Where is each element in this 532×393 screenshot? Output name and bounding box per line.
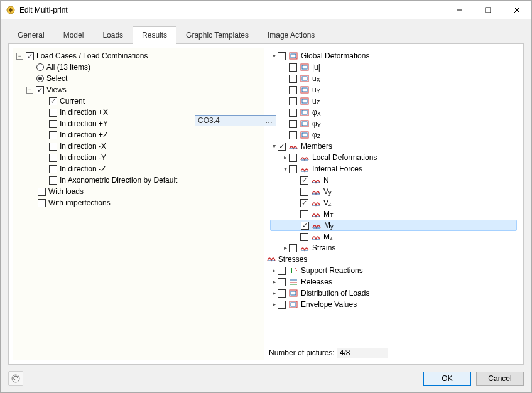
- tab-graphic-templates[interactable]: Graphic Templates: [176, 26, 258, 43]
- arrow-right-icon[interactable]: ▸: [270, 299, 278, 310]
- tab-model[interactable]: Model: [54, 26, 94, 43]
- arrow-right-icon[interactable]: ▸: [270, 276, 278, 288]
- maximize-button[interactable]: [474, 1, 502, 19]
- checkbox[interactable]: [278, 301, 286, 309]
- node-members[interactable]: ▾ Members: [270, 141, 519, 152]
- label-my: My: [324, 220, 334, 232]
- node-phiy[interactable]: φY: [270, 118, 519, 129]
- checkbox[interactable]: [300, 210, 308, 218]
- node-global-deformations[interactable]: ▾ Global Deformations: [270, 50, 519, 62]
- node-vz[interactable]: Vz: [270, 197, 519, 208]
- label-ux: uX: [312, 73, 320, 85]
- cancel-button[interactable]: Cancel: [476, 372, 524, 386]
- node-n[interactable]: N: [270, 175, 519, 186]
- node-u-abs[interactable]: |u|: [270, 62, 519, 73]
- tab-results[interactable]: Results: [133, 26, 176, 44]
- checkbox[interactable]: [289, 97, 297, 105]
- checkbox[interactable]: [289, 244, 297, 252]
- tab-loads[interactable]: Loads: [93, 26, 133, 43]
- checkbox[interactable]: [49, 109, 57, 117]
- node-support-reactions[interactable]: ▸Support Reactions: [270, 265, 519, 276]
- collapse-icon[interactable]: −: [16, 53, 23, 60]
- checkbox[interactable]: [38, 188, 46, 196]
- node-phix[interactable]: φX: [270, 107, 519, 118]
- minimize-button[interactable]: [445, 1, 474, 19]
- node-releases[interactable]: ▸Releases: [270, 276, 519, 288]
- checkbox[interactable]: [49, 120, 57, 128]
- checkbox[interactable]: [278, 278, 286, 286]
- checkbox[interactable]: [49, 176, 57, 185]
- node-views[interactable]: − Views: [16, 84, 264, 95]
- node-mt[interactable]: MT: [270, 208, 519, 220]
- tab-general[interactable]: General: [8, 26, 54, 43]
- checkbox[interactable]: [278, 143, 286, 151]
- collapse-icon[interactable]: −: [26, 87, 33, 94]
- node-ux[interactable]: uX: [270, 73, 519, 84]
- checkbox[interactable]: [278, 289, 286, 298]
- ellipsis-icon[interactable]: …: [265, 116, 273, 125]
- checkbox[interactable]: [300, 199, 308, 207]
- tab-image-actions[interactable]: Image Actions: [258, 26, 324, 43]
- arrow-right-icon[interactable]: ▸: [270, 288, 278, 299]
- checkbox[interactable]: [289, 63, 297, 72]
- ok-button[interactable]: OK: [423, 372, 471, 386]
- radio-select[interactable]: [36, 75, 44, 82]
- checkbox[interactable]: [278, 267, 286, 275]
- arrow-down-icon[interactable]: ▾: [270, 141, 278, 152]
- node-stresses[interactable]: Stresses: [270, 254, 519, 265]
- node-dir-mz[interactable]: In direction -Z: [16, 163, 264, 175]
- node-load-cases[interactable]: − Load Cases / Load Combinations: [16, 50, 264, 62]
- node-dir-mx[interactable]: In direction -X: [16, 141, 264, 152]
- checkbox[interactable]: [289, 86, 297, 94]
- node-all[interactable]: All (13 items): [16, 62, 264, 73]
- deform-icon: [300, 74, 310, 83]
- node-dir-pz[interactable]: In direction +Z: [16, 129, 264, 141]
- node-dist-loads[interactable]: ▸Distribution of Loads: [270, 288, 519, 299]
- checkbox[interactable]: [289, 75, 297, 83]
- checkbox[interactable]: [289, 120, 297, 128]
- node-dir-my[interactable]: In direction -Y: [16, 152, 264, 163]
- checkbox[interactable]: [301, 222, 309, 230]
- checkbox[interactable]: [36, 86, 44, 94]
- checkbox[interactable]: [300, 188, 308, 196]
- node-internal-forces[interactable]: ▾Internal Forces: [270, 163, 519, 175]
- checkbox[interactable]: [289, 154, 297, 162]
- checkbox[interactable]: [38, 199, 46, 207]
- checkbox[interactable]: [26, 52, 34, 60]
- close-button[interactable]: [502, 1, 531, 19]
- node-mz[interactable]: Mz: [270, 231, 519, 242]
- label-uz: uZ: [312, 95, 320, 107]
- arrow-down-icon[interactable]: ▾: [281, 163, 289, 175]
- checkbox[interactable]: [300, 233, 308, 241]
- node-vy[interactable]: Vy: [270, 186, 519, 197]
- checkbox[interactable]: [300, 176, 308, 185]
- checkbox[interactable]: [289, 131, 297, 139]
- node-uy[interactable]: uY: [270, 84, 519, 95]
- node-current[interactable]: Current: [16, 95, 264, 107]
- arrow-down-icon[interactable]: ▾: [270, 50, 278, 62]
- node-axon[interactable]: In Axonometric Direction by Default: [16, 175, 264, 186]
- checkbox[interactable]: [49, 143, 57, 151]
- node-select[interactable]: Select: [16, 73, 264, 84]
- arrow-right-icon[interactable]: ▸: [281, 242, 289, 254]
- node-uz[interactable]: uZ: [270, 95, 519, 107]
- arrow-right-icon[interactable]: ▸: [270, 265, 278, 276]
- node-envelope[interactable]: ▸Envelope Values: [270, 299, 519, 310]
- checkbox[interactable]: [49, 154, 57, 162]
- node-local-def[interactable]: ▸Local Deformations: [270, 152, 519, 163]
- select-combo[interactable]: CO3.4 …: [195, 115, 276, 126]
- checkbox[interactable]: [49, 97, 57, 105]
- checkbox[interactable]: [289, 109, 297, 117]
- node-with-loads[interactable]: With loads: [16, 186, 264, 197]
- help-button[interactable]: [8, 371, 23, 386]
- arrow-right-icon[interactable]: ▸: [281, 152, 289, 163]
- node-with-imperf[interactable]: With imperfections: [16, 197, 264, 208]
- node-strains[interactable]: ▸Strains: [270, 242, 519, 254]
- radio-all[interactable]: [36, 63, 44, 71]
- node-phiz[interactable]: φZ: [270, 129, 519, 141]
- checkbox[interactable]: [49, 165, 57, 173]
- checkbox[interactable]: [278, 52, 286, 60]
- checkbox[interactable]: [289, 165, 297, 173]
- node-my[interactable]: My: [270, 220, 517, 231]
- checkbox[interactable]: [49, 131, 57, 139]
